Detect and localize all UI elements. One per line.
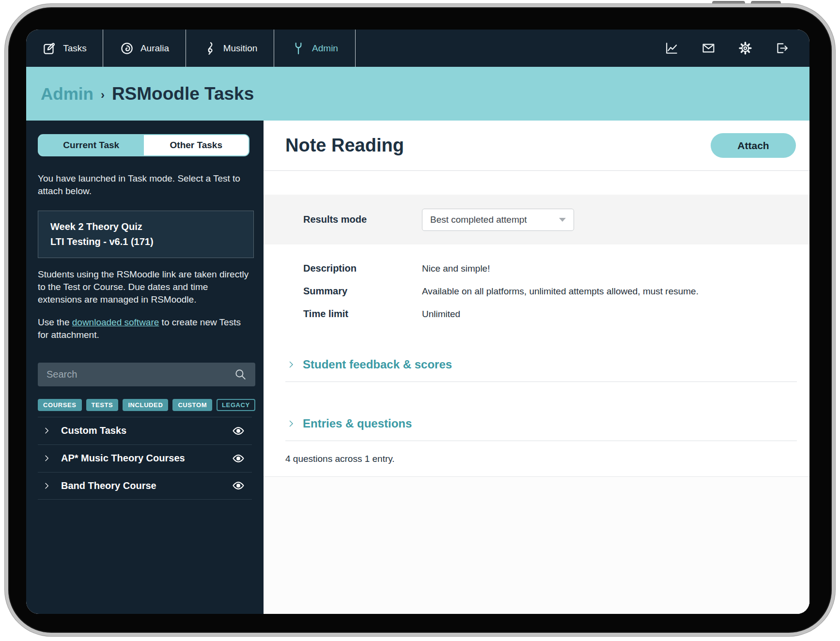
detail-row-summary: Summary Available on all platforms, unli… — [303, 286, 809, 297]
filter-chips: COURSES TESTS INCLUDED CUSTOM LEGACY — [38, 399, 252, 411]
tab-current-task[interactable]: Current Task — [39, 135, 144, 155]
test-details: Description Nice and simple! Summary Ava… — [264, 244, 809, 331]
nav-tab-auralia[interactable]: Auralia — [103, 30, 186, 67]
search-icon[interactable] — [234, 368, 247, 381]
section-header-label[interactable]: Entries & questions — [303, 417, 412, 430]
filter-chip-custom[interactable]: CUSTOM — [172, 399, 212, 411]
results-mode-row: Results mode Best completed attempt — [264, 195, 809, 244]
chevron-right-icon — [287, 419, 296, 428]
detail-value: Available on all platforms, unlimited at… — [422, 286, 699, 297]
task-mode-toggle: Current Task Other Tasks — [38, 134, 249, 156]
breadcrumb-section-link[interactable]: Admin — [41, 84, 93, 104]
search-field — [38, 363, 255, 386]
tasks-icon — [42, 41, 57, 56]
task-section-list: Custom Tasks AP* Music Theory Courses — [38, 417, 252, 500]
task-card-subtitle: LTI Testing - v6.1 (171) — [50, 234, 244, 249]
entries-summary-text: 4 questions across 1 entry. — [264, 454, 809, 464]
page-title: Note Reading — [285, 135, 404, 156]
logout-icon[interactable] — [775, 41, 789, 55]
results-mode-value: Best completed attempt — [430, 214, 527, 225]
settings-icon[interactable] — [738, 41, 752, 55]
nav-tab-label: Musition — [223, 43, 258, 54]
chevron-right-icon — [43, 482, 51, 490]
eye-icon[interactable] — [232, 479, 245, 492]
divider — [285, 441, 797, 441]
section-row-custom-tasks[interactable]: Custom Tasks — [38, 417, 252, 444]
analytics-icon[interactable] — [665, 41, 679, 55]
section-header-label[interactable]: Student feedback & scores — [303, 358, 452, 371]
section-row-ap-music-theory[interactable]: AP* Music Theory Courses — [38, 444, 252, 472]
tab-other-tasks[interactable]: Other Tasks — [144, 135, 249, 155]
spacer — [264, 171, 809, 195]
detail-row-description: Description Nice and simple! — [303, 263, 809, 274]
detail-value: Nice and simple! — [422, 263, 490, 274]
divider — [285, 382, 797, 382]
chevron-right-icon — [43, 427, 51, 435]
app-screen: Tasks Auralia Musition — [26, 30, 809, 614]
top-nav-bar: Tasks Auralia Musition — [26, 30, 809, 67]
nav-tab-tasks[interactable]: Tasks — [26, 30, 103, 67]
task-mode-intro-text: You have launched in Task mode. Select a… — [38, 172, 250, 198]
detail-row-time-limit: Time limit Unlimited — [303, 308, 809, 320]
section-entries-questions[interactable]: Entries & questions — [264, 417, 809, 430]
tablet-frame: Tasks Auralia Musition — [5, 4, 835, 636]
section-label: AP* Music Theory Courses — [61, 453, 185, 464]
section-label: Custom Tasks — [61, 425, 126, 436]
results-mode-label: Results mode — [303, 214, 422, 225]
detail-label: Description — [303, 263, 422, 274]
mail-icon[interactable] — [701, 41, 716, 55]
nav-tab-musition[interactable]: Musition — [186, 30, 274, 67]
software-note-prefix: Use the — [38, 317, 72, 327]
section-student-feedback[interactable]: Student feedback & scores — [264, 358, 809, 371]
filter-chip-legacy[interactable]: LEGACY — [217, 399, 255, 411]
chevron-right-icon — [287, 360, 296, 369]
main-content: Note Reading Attach Results mode Best co… — [264, 121, 809, 614]
results-mode-dropdown[interactable]: Best completed attempt — [422, 209, 574, 231]
eye-icon[interactable] — [232, 424, 245, 438]
section-row-band-theory[interactable]: Band Theory Course — [38, 472, 252, 500]
breadcrumb: Admin › RSMoodle Tasks — [26, 67, 809, 121]
nav-tab-label: Tasks — [63, 43, 87, 54]
software-note-text: Use the downloaded software to create ne… — [38, 316, 250, 341]
current-task-card[interactable]: Week 2 Theory Quiz LTI Testing - v6.1 (1… — [38, 211, 254, 258]
body: Current Task Other Tasks You have launch… — [26, 121, 809, 614]
filter-chip-included[interactable]: INCLUDED — [123, 399, 168, 411]
content-header: Note Reading Attach — [264, 121, 809, 171]
auralia-icon — [120, 41, 134, 56]
musition-icon — [202, 41, 217, 56]
task-card-title: Week 2 Theory Quiz — [50, 219, 244, 234]
search-input[interactable] — [47, 369, 234, 380]
chevron-down-icon — [559, 218, 566, 222]
rsmoodle-info-text: Students using the RSMoodle link are tak… — [38, 268, 253, 306]
detail-label: Time limit — [303, 308, 422, 320]
eye-icon[interactable] — [232, 452, 245, 465]
nav-tab-label: Auralia — [140, 43, 169, 54]
nav-actions — [665, 30, 809, 67]
attach-button[interactable]: Attach — [711, 133, 796, 158]
nav-tab-admin[interactable]: Admin — [274, 30, 356, 67]
section-label: Band Theory Course — [61, 480, 156, 491]
page: Tasks Auralia Musition — [0, 0, 840, 641]
chevron-right-icon — [43, 454, 51, 462]
empty-area — [264, 477, 809, 614]
filter-chip-courses[interactable]: COURSES — [38, 399, 82, 411]
page-title-breadcrumb: RSMoodle Tasks — [112, 84, 254, 104]
nav-tab-label: Admin — [312, 43, 338, 54]
breadcrumb-separator-icon: › — [101, 86, 105, 102]
downloaded-software-link[interactable]: downloaded software — [72, 317, 159, 327]
detail-value: Unlimited — [422, 309, 460, 320]
admin-icon — [291, 41, 306, 56]
sidebar: Current Task Other Tasks You have launch… — [26, 121, 264, 614]
detail-label: Summary — [303, 286, 422, 297]
filter-chip-tests[interactable]: TESTS — [86, 399, 119, 411]
